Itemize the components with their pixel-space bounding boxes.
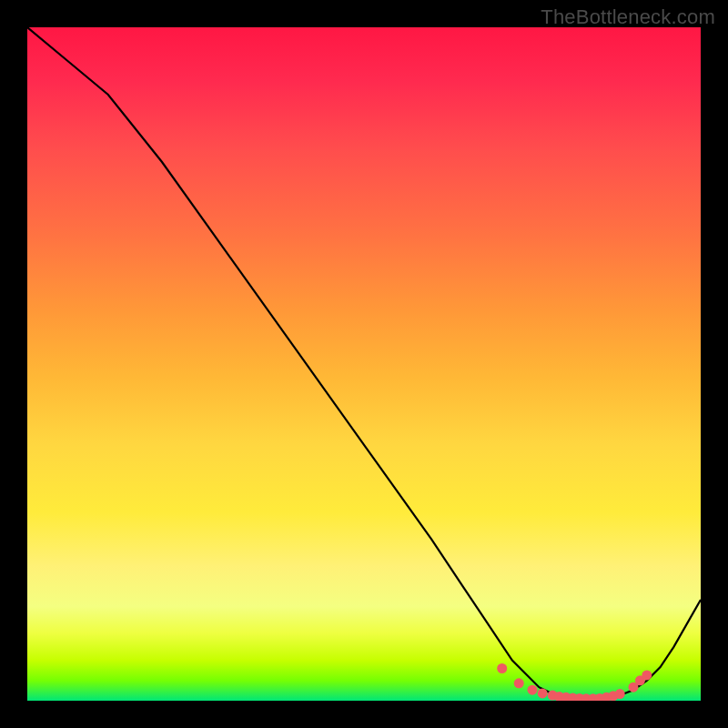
marker-dot xyxy=(497,663,507,673)
marker-dot xyxy=(514,678,524,688)
marker-dot xyxy=(538,688,548,698)
curve-line xyxy=(27,27,701,699)
marker-dot xyxy=(642,670,652,680)
marker-dot xyxy=(615,689,625,699)
plot-area xyxy=(27,27,701,701)
watermark-text: TheBottleneck.com xyxy=(541,5,715,29)
marker-dot xyxy=(528,685,538,695)
chart-svg xyxy=(27,27,701,701)
